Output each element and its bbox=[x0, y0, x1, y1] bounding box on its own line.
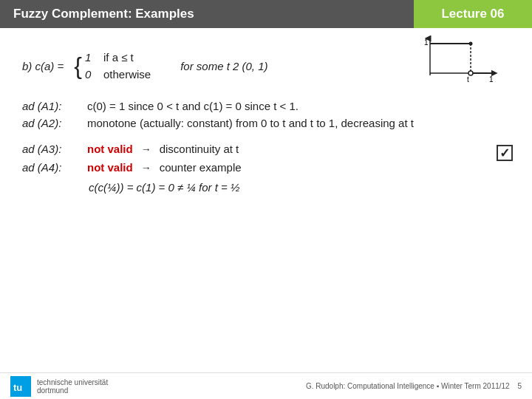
brace-symbol: { bbox=[74, 54, 82, 78]
slide-title: Fuzzy Complement: Examples bbox=[0, 0, 414, 28]
case2-num: 0 bbox=[85, 68, 91, 81]
svg-text:1: 1 bbox=[424, 38, 429, 47]
tu-logo-svg: tu bbox=[10, 376, 31, 397]
page-footer: tu technische universität dortmund G. Ru… bbox=[0, 372, 532, 399]
piecewise-cases: 1 if a ≤ t 0 otherwise bbox=[85, 49, 151, 83]
ad-a4-not-valid: not valid bbox=[87, 161, 133, 174]
case1-num: 1 bbox=[85, 51, 91, 64]
ad-a3-rest: discontinuity at t bbox=[160, 143, 239, 155]
svg-text:tu: tu bbox=[13, 382, 22, 393]
ad-a1-section: ad (A1): c(0) = 1 since 0 < t and c(1) =… bbox=[22, 100, 510, 112]
svg-text:1: 1 bbox=[489, 75, 494, 83]
case-1: 1 if a ≤ t bbox=[85, 49, 151, 66]
svg-point-8 bbox=[468, 71, 473, 75]
ad-a3-label: ad (A3): bbox=[22, 143, 81, 155]
case1-cond: if a ≤ t bbox=[103, 51, 134, 64]
footer-page: 5 bbox=[517, 382, 522, 390]
checkbox: ✓ bbox=[497, 145, 513, 161]
for-some-text: for some t 2 (0, 1) bbox=[180, 60, 267, 72]
formula-cc-text: c(c(¼)) = c(1) = 0 ≠ ¼ for t = ½ bbox=[89, 181, 240, 194]
ad-a4-arrow: → bbox=[141, 162, 151, 174]
ad-a2-text: monotone (actually: constant) from 0 to … bbox=[87, 117, 414, 129]
footer-citation: G. Rudolph: Computational Intelligence ▪… bbox=[306, 382, 522, 390]
formula-cc-row: c(c(¼)) = c(1) = 0 ≠ ¼ for t = ½ bbox=[89, 181, 510, 194]
footer-term: Winter Term 2011/12 bbox=[441, 382, 510, 390]
page-header: Fuzzy Complement: Examples Lecture 06 bbox=[0, 0, 532, 28]
svg-point-9 bbox=[469, 42, 473, 46]
graph-area: 1 t 1 bbox=[423, 33, 504, 83]
ad-a4-section: ad (A4): not valid → counter example bbox=[22, 161, 510, 174]
ad-a1-text: c(0) = 1 since 0 < t and c(1) = 0 since … bbox=[87, 100, 299, 112]
step-function-graph: 1 t 1 bbox=[423, 33, 504, 83]
checkmark: ✓ bbox=[499, 146, 510, 161]
ad-a2-label: ad (A2): bbox=[22, 117, 81, 129]
ad-a3-not-valid: not valid bbox=[87, 143, 133, 155]
footer-author: G. Rudolph: Computational Intelligence bbox=[306, 382, 434, 390]
university-name: technische universität dortmund bbox=[37, 378, 108, 395]
ad-a4-label: ad (A4): bbox=[22, 161, 81, 174]
ad-a3-arrow: → bbox=[141, 143, 151, 155]
case-2: 0 otherwise bbox=[85, 66, 151, 83]
ad-a3-section: ad (A3): not valid → discontinuity at t bbox=[22, 143, 510, 155]
university-logo: tu technische universität dortmund bbox=[10, 376, 108, 397]
ad-a1-label: ad (A1): bbox=[22, 100, 81, 112]
formula-b-label: b) c(a) = bbox=[22, 60, 64, 72]
lecture-badge: Lecture 06 bbox=[414, 0, 532, 28]
case2-cond: otherwise bbox=[103, 68, 151, 81]
ad-a4-rest: counter example bbox=[160, 161, 242, 174]
ad-a2-section: ad (A2): monotone (actually: constant) f… bbox=[22, 117, 510, 129]
svg-text:t: t bbox=[467, 75, 469, 83]
